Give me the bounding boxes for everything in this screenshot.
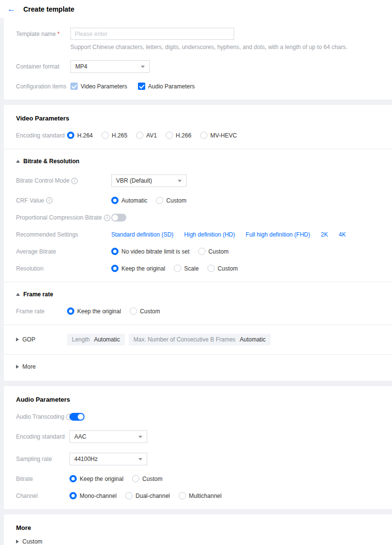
radio-av1[interactable]: AV1 <box>136 132 157 139</box>
bitrate-control-mode-select[interactable]: VBR (Default) <box>111 174 187 187</box>
toggle-knob <box>78 414 84 420</box>
channel-row: Channel Mono-channel Dual-channel Multic… <box>16 492 380 499</box>
link-sd[interactable]: Standard definition (SD) <box>111 231 173 238</box>
radio-icon <box>132 475 139 482</box>
section-title: GOP <box>22 336 35 343</box>
proportional-compression-toggle[interactable] <box>111 214 126 221</box>
encoding-standard-label: Encoding standard <box>16 132 67 139</box>
radio-selected-icon <box>111 265 119 272</box>
info-icon[interactable]: i <box>46 197 52 204</box>
crf-value-row: CRF Value i Automatic Custom <box>16 197 380 204</box>
configuration-items-label: Configuration items <box>16 83 70 90</box>
chip-value: Automatic <box>239 336 265 343</box>
section-custom[interactable]: Custom <box>16 538 42 545</box>
gop-bframes-chip: Max. Number of Consecutive B Frames Auto… <box>129 334 271 345</box>
resolution-row: Resolution Keep the original Scale Custo… <box>16 265 380 272</box>
average-bitrate-row: Average Bitrate No video bitrate limit i… <box>16 248 380 255</box>
radio-label: Scale <box>184 265 199 272</box>
checkbox-checked-disabled-icon <box>70 83 78 90</box>
info-icon[interactable]: i <box>71 178 78 184</box>
radio-h266[interactable]: H.266 <box>166 132 191 139</box>
label-text: Proportional Compression Bitrate <box>16 214 102 221</box>
bitrate-control-mode-value: VBR (Default) <box>116 177 152 184</box>
triangle-right-icon <box>16 365 19 369</box>
radio-icon <box>166 132 173 139</box>
radio-selected-icon <box>67 307 74 315</box>
section-video-more[interactable]: More <box>16 363 35 370</box>
radio-selected-icon <box>67 132 74 139</box>
radio-icon <box>200 132 207 139</box>
container-format-row: Container format MP4 <box>16 60 380 73</box>
radio-no-bitrate-limit[interactable]: No video bitrate limit is set <box>111 248 189 255</box>
link-fhd[interactable]: Full high definition (FHD) <box>246 231 310 238</box>
radio-mono-channel[interactable]: Mono-channel <box>69 492 117 499</box>
radio-label: Mono-channel <box>80 493 117 499</box>
back-arrow-icon[interactable]: ← <box>7 5 16 13</box>
radio-frame-rate-custom[interactable]: Custom <box>130 307 160 315</box>
gop-row: GOP Length Automatic Max. Number of Cons… <box>16 334 380 345</box>
sampling-rate-select[interactable]: 44100Hz <box>69 453 147 465</box>
radio-h264[interactable]: H.264 <box>67 132 93 139</box>
link-2k[interactable]: 2K <box>321 231 328 238</box>
divider <box>4 149 392 149</box>
radio-selected-icon <box>69 492 77 499</box>
bitrate-control-mode-row: Bitrate Control Mode i VBR (Default) <box>16 174 380 187</box>
audio-transcoding-toggle[interactable] <box>69 413 85 421</box>
section-title: More <box>22 363 35 370</box>
radio-h265[interactable]: H.265 <box>102 132 127 139</box>
radio-label: Custom <box>208 248 228 255</box>
radio-resolution-keep-original[interactable]: Keep the original <box>111 265 165 272</box>
video-parameters-card: Video Parameters Encoding standard H.264… <box>4 105 392 381</box>
radio-crf-custom[interactable]: Custom <box>156 197 186 204</box>
radio-label: MV-HEVC <box>210 132 237 139</box>
radio-frame-rate-keep-original[interactable]: Keep the original <box>67 307 121 315</box>
radio-icon <box>179 492 186 499</box>
link-4k[interactable]: 4K <box>339 231 346 238</box>
required-asterisk: * <box>57 31 60 37</box>
chevron-down-icon <box>141 66 145 68</box>
triangle-up-icon <box>16 293 20 296</box>
radio-resolution-custom[interactable]: Custom <box>207 265 238 272</box>
info-icon[interactable]: i <box>104 215 110 221</box>
divider <box>4 282 392 282</box>
audio-encoding-standard-select[interactable]: AAC <box>69 430 147 443</box>
section-bitrate-resolution[interactable]: Bitrate & Resolution <box>16 158 380 165</box>
divider <box>4 354 392 355</box>
radio-mv-hevc[interactable]: MV-HEVC <box>200 132 237 139</box>
section-frame-rate[interactable]: Frame rate <box>16 291 380 298</box>
recommended-settings-label: Recommended Settings <box>16 231 111 238</box>
radio-resolution-scale[interactable]: Scale <box>174 265 199 272</box>
label-text: Bitrate Control Mode <box>16 177 69 184</box>
radio-icon <box>136 132 143 139</box>
radio-label: Custom <box>140 308 160 315</box>
audio-transcoding-label: Audio Transcoding i <box>16 413 69 420</box>
video-parameters-title: Video Parameters <box>16 115 380 122</box>
radio-crf-automatic[interactable]: Automatic <box>111 197 147 204</box>
section-gop[interactable]: GOP <box>16 336 67 343</box>
radio-label: Multichannel <box>189 493 222 499</box>
recommended-settings-links: Standard definition (SD) High definition… <box>111 231 346 238</box>
radio-label: Keep the original <box>80 476 123 482</box>
radio-label: H.266 <box>176 132 191 139</box>
more-card: More Custom <box>4 514 392 545</box>
radio-audio-bitrate-custom[interactable]: Custom <box>132 475 162 482</box>
radio-dual-channel[interactable]: Dual-channel <box>125 492 170 499</box>
radio-multichannel[interactable]: Multichannel <box>179 492 222 499</box>
divider <box>4 324 392 325</box>
audio-transcoding-row: Audio Transcoding i <box>16 413 380 421</box>
sampling-rate-label: Sampling rate <box>16 456 69 462</box>
link-hd[interactable]: High definition (HD) <box>184 231 235 238</box>
audio-bitrate-label: Bitrate <box>16 476 69 482</box>
label-text: CRF Value <box>16 197 44 204</box>
template-name-help: Support Chinese characters, letters, dig… <box>70 44 347 51</box>
top-bar: ← Create template <box>0 0 392 18</box>
triangle-up-icon <box>16 160 20 163</box>
radio-average-bitrate-custom[interactable]: Custom <box>198 248 228 255</box>
toggle-knob <box>112 215 118 221</box>
checkbox-audio-parameters[interactable]: Audio Parameters <box>138 83 195 90</box>
radio-icon <box>207 265 215 272</box>
radio-audio-bitrate-keep-original[interactable]: Keep the original <box>69 475 123 482</box>
template-name-input[interactable] <box>70 28 234 40</box>
audio-encoding-standard-value: AAC <box>74 433 86 440</box>
container-format-select[interactable]: MP4 <box>70 60 150 73</box>
